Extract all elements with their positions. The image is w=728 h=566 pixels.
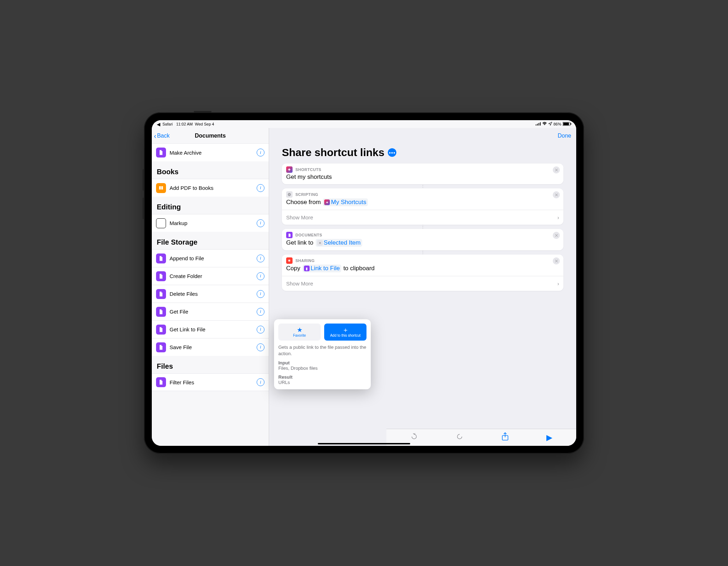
info-icon[interactable]: i (257, 184, 264, 192)
sidebar-item-label: Get Link to File (170, 326, 253, 332)
sidebar-item-label: Markup (170, 220, 253, 226)
show-more-label: Show More (286, 214, 313, 220)
sidebar-item[interactable]: Make Archive i (152, 144, 269, 161)
sidebar-item[interactable]: A Markup i (152, 214, 269, 232)
popover-input-label: Input (278, 360, 366, 365)
sidebar-item-label: Filter Files (170, 379, 253, 385)
info-icon[interactable]: i (257, 290, 264, 298)
doc-icon: ▮ (304, 266, 310, 271)
play-icon[interactable]: ▶ (546, 433, 552, 442)
doc-icon (156, 289, 166, 299)
svg-rect-2 (539, 123, 539, 126)
action-card[interactable]: ✕ DOCUMENTS Get link to ✦Selected Item (282, 229, 563, 250)
delete-action-icon[interactable]: ✕ (553, 232, 560, 239)
sidebar-item[interactable]: Get Link to File i (152, 320, 269, 338)
info-icon[interactable]: i (257, 272, 264, 280)
screen: ◀ Safari 11:02 AM Wed Sep 4 86% (152, 120, 576, 446)
delete-action-icon[interactable]: ✕ (553, 191, 560, 198)
shortcuts-icon: ✦ (286, 166, 293, 173)
action-card[interactable]: ✕ ✦SHORTCUTS Get my shortcuts (282, 164, 563, 184)
svg-rect-1 (537, 124, 538, 126)
share-icon[interactable] (502, 432, 509, 443)
shortcuts-icon: ✦ (324, 199, 330, 205)
sidebar-item-label: Append to File (170, 255, 253, 261)
scripting-icon: ⚙ (286, 191, 293, 198)
add-to-shortcut-button[interactable]: ＋ Add to this shortcut (324, 324, 366, 341)
doc-icon (156, 377, 166, 387)
token-label: Link to File (311, 265, 340, 272)
token-label: My Shortcuts (331, 199, 366, 206)
info-icon[interactable]: i (257, 255, 264, 262)
action-token[interactable]: ✦Selected Item (316, 239, 362, 247)
sidebar-item-label: Save File (170, 344, 253, 350)
sidebar-back-label: Back (157, 133, 170, 139)
done-button[interactable]: Done (558, 133, 571, 139)
action-text: to clipboard (343, 265, 375, 272)
back-to-app-label[interactable]: Safari (162, 122, 173, 126)
action-token[interactable]: ▮Link to File (303, 265, 341, 272)
pen-circle-icon: A (156, 218, 166, 228)
sidebar-item[interactable]: Save File i (152, 338, 269, 356)
section-header: Books (152, 161, 269, 179)
delete-action-icon[interactable]: ✕ (553, 166, 560, 173)
wifi-icon (542, 122, 547, 126)
section-header: File Storage (152, 232, 269, 249)
action-card[interactable]: ✕ ✶SHARING Copy ▮Link to File to clipboa… (282, 255, 563, 291)
chevron-right-icon: › (557, 281, 559, 287)
sidebar-item[interactable]: Append to File i (152, 249, 269, 267)
svg-rect-0 (536, 124, 536, 126)
action-text: Get link to (286, 239, 314, 246)
sidebar-item[interactable]: Filter Files i (152, 373, 269, 391)
status-date: Wed Sep 4 (195, 122, 214, 126)
show-more-button[interactable]: Show More› (282, 276, 563, 291)
sharing-icon: ✶ (286, 257, 293, 264)
info-icon[interactable]: i (257, 149, 264, 156)
sidebar-item-label: Add PDF to Books (170, 185, 253, 191)
favorite-button[interactable]: ★ Favorite (278, 324, 321, 341)
show-more-label: Show More (286, 281, 313, 287)
sidebar-item[interactable]: Delete Files i (152, 285, 269, 303)
plus-icon: ＋ (342, 327, 349, 333)
signal-icon (536, 122, 541, 126)
doc-icon (156, 148, 166, 157)
info-icon[interactable]: i (257, 219, 264, 227)
sidebar-back-button[interactable]: ‹ Back (152, 132, 172, 139)
action-text: Choose from (286, 199, 321, 206)
sidebar-item[interactable]: Get File i (152, 303, 269, 320)
info-icon[interactable]: i (257, 378, 264, 386)
shortcut-title[interactable]: Share shortcut links (282, 146, 384, 159)
action-app-label: DOCUMENTS (295, 233, 322, 237)
home-indicator[interactable] (318, 443, 410, 444)
back-to-app-icon[interactable]: ◀ (157, 122, 160, 127)
doc-icon (286, 232, 293, 238)
editor-content: Done Share shortcut links ••• ✕ ✦SHORTCU… (269, 128, 576, 446)
actions-sidebar: ‹ Back Documents Make Archive i Books Ad… (152, 128, 269, 446)
action-card[interactable]: ✕ ⚙SCRIPTING Choose from ✦My Shortcuts S… (282, 188, 563, 225)
sidebar-item[interactable]: Create Folder i (152, 267, 269, 285)
info-icon[interactable]: i (257, 308, 264, 316)
action-app-label: SCRIPTING (295, 192, 318, 197)
action-token[interactable]: ✦My Shortcuts (323, 198, 368, 206)
sidebar-item-label: Create Folder (170, 273, 253, 279)
info-icon[interactable]: i (257, 326, 264, 333)
doc-icon (156, 325, 166, 335)
token-label: Selected Item (324, 239, 361, 246)
scripting-icon: ✦ (317, 240, 323, 246)
action-app-label: SHARING (295, 258, 315, 263)
popover-input-value: Files, Dropbox files (278, 365, 366, 371)
action-info-popover: ★ Favorite ＋ Add to this shortcut Gets a… (274, 319, 371, 389)
delete-action-icon[interactable]: ✕ (553, 257, 560, 265)
svg-rect-3 (540, 122, 541, 126)
undo-icon[interactable] (410, 433, 418, 442)
show-more-button[interactable]: Show More› (282, 210, 563, 225)
chevron-right-icon: › (557, 214, 559, 220)
info-icon[interactable]: i (257, 343, 264, 351)
sidebar-item-label: Get File (170, 309, 253, 315)
redo-icon[interactable] (456, 433, 464, 442)
more-icon[interactable]: ••• (388, 148, 396, 157)
action-app-label: SHORTCUTS (295, 167, 321, 172)
sidebar-item[interactable]: Add PDF to Books i (152, 179, 269, 197)
section-header: Files (152, 356, 269, 373)
favorite-label: Favorite (293, 333, 306, 337)
svg-rect-5 (563, 122, 569, 125)
